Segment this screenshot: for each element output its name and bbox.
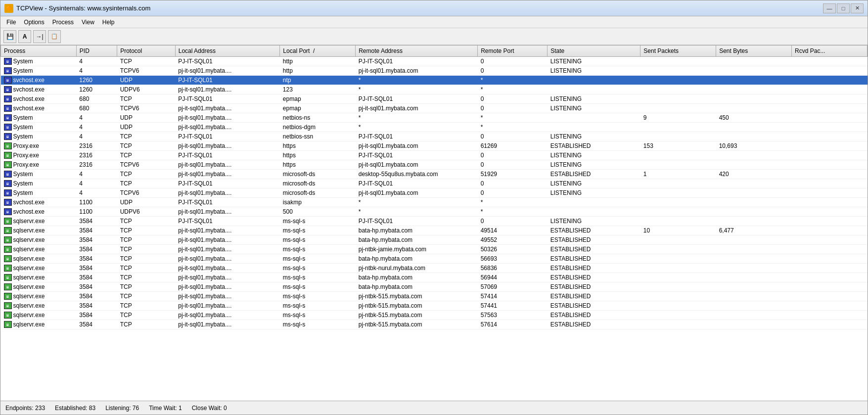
table-row[interactable]: 🖥 sqlservr.exe 3584 TCP pj-it-sql01.myba… bbox=[1, 273, 868, 282]
main-window: 🔶 TCPView - Sysinternals: www.sysinterna… bbox=[0, 0, 868, 415]
cell-sent-packets bbox=[640, 57, 716, 66]
cell-rcvd-packets bbox=[792, 57, 868, 66]
cell-state: ESTABLISHED bbox=[548, 226, 640, 235]
col-header-protocol[interactable]: Protocol bbox=[117, 46, 176, 57]
process-name: Proxy.exe bbox=[13, 142, 39, 149]
cell-sent-bytes bbox=[716, 188, 792, 198]
table-row[interactable]: 🖥 Proxy.exe 2316 TCP PJ-IT-SQL01 https P… bbox=[1, 151, 868, 160]
table-row[interactable]: 🖥 System 4 TCP pj-it-sql01.mybata.... mi… bbox=[1, 170, 868, 179]
col-header-remote-port[interactable]: Remote Port bbox=[478, 46, 548, 57]
table-row[interactable]: 🖥 svchost.exe 1100 UDPV6 pj-it-sql01.myb… bbox=[1, 207, 868, 217]
cell-remote-address: pj-ntbk-515.mybata.com bbox=[356, 311, 478, 320]
table-row[interactable]: 🖥 sqlservr.exe 3584 TCP pj-it-sql01.myba… bbox=[1, 301, 868, 311]
table-row[interactable]: 🖥 sqlservr.exe 3584 TCP pj-it-sql01.myba… bbox=[1, 264, 868, 273]
table-row[interactable]: 🖥 svchost.exe 1260 UDPV6 pj-it-sql01.myb… bbox=[1, 85, 868, 94]
font-button[interactable]: A bbox=[18, 30, 31, 43]
table-row[interactable]: 🖥 sqlservr.exe 3584 TCP PJ-IT-SQL01 ms-s… bbox=[1, 217, 868, 226]
col-header-sent-packets[interactable]: Sent Packets bbox=[640, 46, 716, 57]
table-row[interactable]: 🖥 svchost.exe 1260 UDP PJ-IT-SQL01 ntp *… bbox=[1, 76, 868, 85]
cell-remote-port: 0 bbox=[478, 151, 548, 160]
col-header-local-address[interactable]: Local Address bbox=[175, 46, 280, 57]
col-header-sent-bytes[interactable]: Sent Bytes bbox=[716, 46, 792, 57]
arrow-button[interactable]: →| bbox=[33, 30, 46, 43]
cell-state: ESTABLISHED bbox=[548, 235, 640, 245]
table-row[interactable]: 🖥 sqlservr.exe 3584 TCP pj-it-sql01.myba… bbox=[1, 226, 868, 235]
maximize-button[interactable]: □ bbox=[837, 3, 850, 13]
table-row[interactable]: 🖥 System 4 TCPV6 pj-it-sql01.mybata.... … bbox=[1, 66, 868, 76]
cell-state bbox=[548, 123, 640, 132]
table-row[interactable]: 🖥 sqlservr.exe 3584 TCP pj-it-sql01.myba… bbox=[1, 292, 868, 301]
table-row[interactable]: 🖥 svchost.exe 680 TCP PJ-IT-SQL01 epmap … bbox=[1, 94, 868, 104]
cell-local-port: ms-sql-s bbox=[280, 217, 356, 226]
cell-state: ESTABLISHED bbox=[548, 311, 640, 320]
col-header-process[interactable]: Process bbox=[1, 46, 77, 57]
cell-protocol: TCP bbox=[117, 320, 176, 329]
close-button[interactable]: ✕ bbox=[851, 3, 864, 13]
process-icon: 🖥 bbox=[4, 77, 12, 84]
cell-state: LISTENING bbox=[548, 188, 640, 198]
process-icon: 🖥 bbox=[4, 246, 12, 253]
cell-local-address: PJ-IT-SQL01 bbox=[175, 179, 280, 188]
cell-rcvd-packets bbox=[792, 282, 868, 292]
table-row[interactable]: 🖥 System 4 UDP pj-it-sql01.mybata.... ne… bbox=[1, 113, 868, 123]
cell-state bbox=[548, 198, 640, 207]
cell-local-address: pj-it-sql01.mybata.... bbox=[175, 160, 280, 170]
cell-state: ESTABLISHED bbox=[548, 264, 640, 273]
cell-protocol: TCP bbox=[117, 132, 176, 141]
cell-protocol: TCP bbox=[117, 245, 176, 254]
save-button[interactable]: 💾 bbox=[3, 30, 16, 43]
menu-view[interactable]: View bbox=[78, 18, 98, 27]
cell-sent-packets bbox=[640, 292, 716, 301]
col-header-local-port[interactable]: Local Port / bbox=[280, 46, 356, 57]
menu-options[interactable]: Options bbox=[20, 18, 48, 27]
table-row[interactable]: 🖥 svchost.exe 1100 UDP PJ-IT-SQL01 isakm… bbox=[1, 198, 868, 207]
table-row[interactable]: 🖥 sqlservr.exe 3584 TCP pj-it-sql01.myba… bbox=[1, 282, 868, 292]
cell-protocol: TCP bbox=[117, 292, 176, 301]
col-header-rcvd-packets[interactable]: Rcvd Pac... bbox=[792, 46, 868, 57]
table-row[interactable]: 🖥 sqlservr.exe 3584 TCP pj-it-sql01.myba… bbox=[1, 311, 868, 320]
status-close-wait: Close Wait: 0 bbox=[192, 405, 227, 412]
cell-rcvd-packets bbox=[792, 85, 868, 94]
table-row[interactable]: 🖥 sqlservr.exe 3584 TCP pj-it-sql01.myba… bbox=[1, 320, 868, 329]
status-endpoints: Endpoints: 233 bbox=[5, 405, 45, 412]
table-row[interactable]: 🖥 svchost.exe 680 TCPV6 pj-it-sql01.myba… bbox=[1, 104, 868, 113]
cell-local-port: ms-sql-s bbox=[280, 235, 356, 245]
cell-protocol: TCP bbox=[117, 264, 176, 273]
cell-pid: 3584 bbox=[76, 273, 117, 282]
table-row[interactable]: 🖥 System 4 TCP PJ-IT-SQL01 http PJ-IT-SQ… bbox=[1, 57, 868, 66]
refresh-button[interactable]: 📋 bbox=[48, 30, 61, 43]
table-row[interactable]: 🖥 Proxy.exe 2316 TCP pj-it-sql01.mybata.… bbox=[1, 141, 868, 151]
minimize-button[interactable]: — bbox=[823, 3, 836, 13]
process-icon: 🖥 bbox=[4, 67, 12, 74]
cell-state: LISTENING bbox=[548, 217, 640, 226]
cell-local-port: ms-sql-s bbox=[280, 311, 356, 320]
table-row[interactable]: 🖥 System 4 TCP PJ-IT-SQL01 microsoft-ds … bbox=[1, 179, 868, 188]
cell-sent-packets bbox=[640, 179, 716, 188]
cell-pid: 1100 bbox=[76, 207, 117, 217]
col-header-state[interactable]: State bbox=[548, 46, 640, 57]
cell-state: LISTENING bbox=[548, 57, 640, 66]
cell-rcvd-packets bbox=[792, 254, 868, 264]
cell-local-address: pj-it-sql01.mybata.... bbox=[175, 226, 280, 235]
cell-remote-port: 56836 bbox=[478, 264, 548, 273]
table-row[interactable]: 🖥 System 4 UDP pj-it-sql01.mybata.... ne… bbox=[1, 123, 868, 132]
cell-pid: 2316 bbox=[76, 141, 117, 151]
cell-protocol: TCP bbox=[117, 170, 176, 179]
table-row[interactable]: 🖥 System 4 TCP PJ-IT-SQL01 netbios-ssn P… bbox=[1, 132, 868, 141]
col-header-remote-address[interactable]: Remote Address bbox=[356, 46, 478, 57]
table-row[interactable]: 🖥 sqlservr.exe 3584 TCP pj-it-sql01.myba… bbox=[1, 254, 868, 264]
table-row[interactable]: 🖥 Proxy.exe 2316 TCPV6 pj-it-sql01.mybat… bbox=[1, 160, 868, 170]
cell-remote-port: * bbox=[478, 85, 548, 94]
table-container[interactable]: Process PID Protocol Local Address Local… bbox=[0, 45, 868, 401]
process-icon: 🖥 bbox=[4, 302, 12, 309]
col-header-pid[interactable]: PID bbox=[76, 46, 117, 57]
table-row[interactable]: 🖥 System 4 TCPV6 pj-it-sql01.mybata.... … bbox=[1, 188, 868, 198]
menu-process[interactable]: Process bbox=[48, 18, 78, 27]
process-name: System bbox=[13, 171, 33, 178]
menu-file[interactable]: File bbox=[2, 18, 20, 27]
cell-process: 🖥 sqlservr.exe bbox=[1, 292, 77, 301]
table-row[interactable]: 🖥 sqlservr.exe 3584 TCP pj-it-sql01.myba… bbox=[1, 235, 868, 245]
menu-help[interactable]: Help bbox=[98, 18, 119, 27]
table-row[interactable]: 🖥 sqlservr.exe 3584 TCP pj-it-sql01.myba… bbox=[1, 245, 868, 254]
cell-pid: 3584 bbox=[76, 264, 117, 273]
